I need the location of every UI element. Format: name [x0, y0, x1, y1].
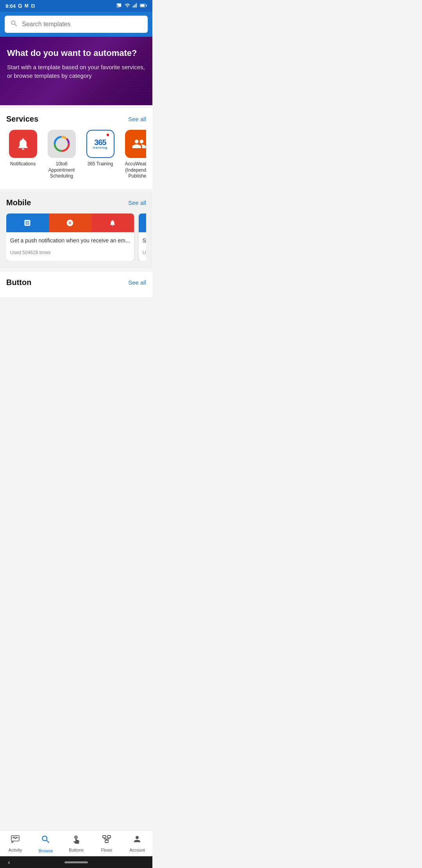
mobile-see-all[interactable]: See all — [128, 199, 146, 206]
gmail-icon: M — [25, 3, 29, 9]
button-see-all[interactable]: See all — [128, 279, 146, 286]
card1-body: Get a push notification when you receive… — [6, 232, 134, 261]
hero-title: What do you want to automate? — [7, 48, 145, 59]
search-bar — [0, 12, 152, 37]
training-label: 365 Training — [87, 161, 113, 167]
calendar-icon: ⊡ — [31, 3, 35, 9]
card1-icon-excel — [6, 213, 49, 232]
appointment-icon-box — [48, 130, 76, 158]
svg-rect-0 — [133, 6, 134, 7]
search-icon — [10, 20, 18, 29]
svg-rect-3 — [136, 3, 137, 7]
card1-icons — [6, 213, 134, 232]
accuweather-label: AccuWeather (Independent Publisher) — [123, 161, 147, 179]
mobile-section: Mobile See all Get a push notification w… — [0, 192, 152, 269]
svg-rect-6 — [146, 5, 147, 6]
service-365training[interactable]: 365 training 365 Training — [84, 130, 117, 179]
card2-icons — [139, 213, 146, 232]
card2-icon-touch — [139, 213, 146, 232]
svg-rect-1 — [134, 5, 135, 7]
hero-subtitle: Start with a template based on your favo… — [7, 63, 145, 81]
services-header: Services See all — [6, 115, 146, 124]
search-input[interactable] — [22, 21, 142, 28]
card1-usage: Used 504628 times — [10, 250, 130, 255]
svg-rect-2 — [135, 4, 136, 7]
accuweather-icon-box — [125, 130, 147, 158]
mobile-cards-list: Get a push notification when you receive… — [6, 213, 146, 261]
button-title: Button — [6, 278, 31, 287]
svg-rect-5 — [141, 4, 145, 7]
hero-banner: What do you want to automate? Start with… — [0, 37, 152, 105]
button-section: Button See all — [0, 272, 152, 297]
services-list: Notifications 10to8 Appointment Scheduli… — [6, 130, 146, 181]
battery-icon — [140, 3, 147, 9]
wifi-icon — [124, 3, 131, 9]
card2-usage: Used 444190 times — [143, 250, 146, 255]
service-10to8[interactable]: 10to8 Appointment Scheduling — [45, 130, 78, 179]
button-header: Button See all — [6, 278, 146, 287]
mobile-header: Mobile See all — [6, 198, 146, 207]
card1-icon-bell — [91, 213, 134, 232]
card2-title: Send myself a reminder in 10 minutes — [143, 237, 146, 245]
appointment-label: 10to8 Appointment Scheduling — [46, 161, 77, 179]
ring-svg — [52, 135, 71, 153]
card1-title: Get a push notification when you receive… — [10, 237, 130, 245]
cast-icon — [116, 3, 122, 9]
google-icon: G — [18, 3, 22, 9]
services-title: Services — [6, 115, 38, 124]
status-time: 9:04 — [5, 3, 16, 9]
signal-icon — [132, 3, 138, 9]
service-notifications[interactable]: Notifications — [6, 130, 39, 179]
services-see-all[interactable]: See all — [128, 116, 146, 122]
notifications-icon-box — [9, 130, 37, 158]
template-card-1[interactable]: Get a push notification when you receive… — [6, 213, 134, 261]
card2-body: Send myself a reminder in 10 minutes Use… — [139, 232, 146, 261]
service-accuweather[interactable]: AccuWeather (Independent Publisher) — [122, 130, 146, 179]
card1-icon-office — [49, 213, 91, 232]
template-card-2[interactable]: Send myself a reminder in 10 minutes Use… — [139, 213, 146, 261]
training-icon-box: 365 training — [86, 130, 114, 158]
services-section: Services See all Notifications 10to8 App… — [0, 108, 152, 189]
search-wrapper[interactable] — [5, 16, 148, 33]
status-bar: 9:04 G M ⊡ — [0, 0, 152, 12]
mobile-title: Mobile — [6, 198, 31, 207]
notifications-label: Notifications — [10, 161, 36, 167]
